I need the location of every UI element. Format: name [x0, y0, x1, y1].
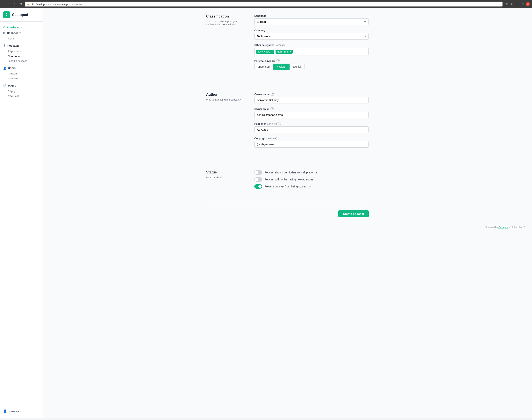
main-content: Classification These fields will impact … [43, 8, 532, 419]
back-button[interactable]: ‹ [2, 2, 6, 6]
toggle-prevent-copy-label: Prevent podcast from being copied ? [265, 185, 311, 188]
user-icon: 👤 [3, 409, 7, 413]
advisory-explicit-button[interactable]: Explicit [290, 64, 305, 70]
create-podcast-button[interactable]: Create podcast [338, 210, 369, 217]
advisory-undefined-button[interactable]: undefined [254, 64, 273, 70]
minimize-button[interactable]: ─ [515, 2, 519, 6]
publisher-label: Publisher (optional) ? [254, 122, 369, 125]
advisory-group: undefined ✓ Clean Explicit [254, 64, 369, 70]
publisher-optional: (optional) [267, 122, 277, 125]
classification-left: Classification These fields will impact … [206, 15, 245, 74]
podcasts-header: 🎙 Podcasts [0, 43, 43, 49]
maximize-button[interactable]: □ [520, 2, 525, 6]
dashboard-icon: ⊞ [3, 31, 5, 35]
sidebar-item-all-users[interactable]: All users [0, 71, 43, 76]
classification-title: Classification [206, 15, 245, 18]
tag-tech-news-remove[interactable]: × [271, 50, 273, 53]
browser-action-buttons: ⊡ ≡ ─ □ ✕ [504, 2, 530, 6]
toggle-row-3: Prevent podcast from being copied ? [254, 184, 369, 189]
forward-button[interactable]: › [7, 2, 11, 6]
owner-email-label: Owner email ? [254, 107, 369, 110]
goto-website-link[interactable]: Go to website ↗ [0, 25, 43, 30]
url-bar[interactable]: 🔒 http://castopod.demo/cp-admin/podcasts… [25, 1, 503, 7]
sidebar-footer: 👤 benjamin › [0, 407, 43, 415]
toggle-no-new-episodes-slider [254, 177, 262, 182]
brand-name: Castopod [12, 13, 28, 17]
owner-name-input[interactable] [254, 97, 369, 104]
toggle-prevent-copy[interactable] [254, 184, 262, 189]
form-container: Classification These fields will impact … [200, 8, 375, 224]
other-categories-field: Other categories (optional) Tech News × … [254, 44, 369, 55]
create-button-row: Create podcast [206, 210, 369, 217]
sidebar-item-all-podcasts[interactable]: All podcasts [0, 49, 43, 54]
tags-container[interactable]: Tech News × Non-Profit × [254, 48, 369, 55]
copyright-label: Copyright (optional) [254, 137, 369, 140]
close-button[interactable]: ✕ [526, 2, 530, 6]
parental-advisory-help-icon[interactable]: ? [277, 59, 280, 62]
toggle-hidden[interactable] [254, 170, 262, 175]
prevent-copy-help-icon[interactable]: ? [308, 185, 311, 188]
bookmark-button[interactable]: ⊞ [18, 2, 23, 6]
author-section: Author Who is managing the podcast? Owne… [206, 92, 369, 161]
sidebar-item-new-user[interactable]: New user [0, 76, 43, 81]
external-link-icon: ↗ [20, 26, 22, 29]
user-chevron-icon: › [39, 410, 40, 413]
owner-email-input[interactable] [254, 112, 369, 118]
other-categories-label: Other categories (optional) [254, 44, 369, 46]
advisory-clean-button[interactable]: ✓ Clean [273, 64, 290, 70]
toggle-no-new-episodes[interactable] [254, 177, 262, 182]
status-right: Podcast should be hidden from all platfo… [254, 170, 369, 191]
brand: 🎙 Castopod [0, 11, 43, 22]
copyright-input[interactable] [254, 141, 369, 148]
language-label: Language [254, 15, 369, 17]
refresh-button[interactable]: ↻ [12, 2, 17, 6]
url-lock-icon: 🔒 [27, 3, 30, 5]
copyright-field: Copyright (optional) [254, 137, 369, 148]
app-container: 🎙 Castopod Go to website ↗ ⊞ Dashboard H… [0, 8, 532, 419]
dashboard-section: ⊞ Dashboard Home [0, 30, 43, 41]
sidebar-item-all-pages[interactable]: All pages [0, 89, 43, 93]
sidebar-item-import-podcast[interactable]: Import a podcast [0, 59, 43, 63]
users-section: 👤 Users All users New user [0, 65, 43, 81]
author-right: Owner name ? Owner email ? [254, 92, 369, 151]
user-info[interactable]: 👤 benjamin [3, 409, 19, 413]
owner-name-help-icon[interactable]: ? [271, 92, 274, 96]
sidebar-item-new-page[interactable]: New Page [0, 93, 43, 98]
pages-header: 📄 Pages [0, 82, 43, 89]
screenshot-button[interactable]: ⊡ [504, 2, 509, 6]
menu-button[interactable]: ≡ [510, 2, 514, 6]
podcast-icon: 🎙 [3, 44, 6, 47]
users-header: 👤 Users [0, 65, 43, 71]
url-text: http://castopod.demo/cp-admin/podcasts/n… [31, 3, 497, 6]
language-select[interactable]: English [254, 18, 369, 25]
classification-section: Classification These fields will impact … [206, 15, 369, 83]
tag-non-profit-remove[interactable]: × [290, 50, 291, 53]
parental-advisory-label: Parental advisory ? [254, 59, 369, 62]
sidebar-item-new-podcast[interactable]: New podcast [0, 54, 43, 59]
status-left: Status Dead or alive? [206, 170, 245, 191]
author-description: Who is managing the podcast? [206, 98, 245, 101]
owner-name-label: Owner name ? [254, 92, 369, 96]
publisher-help-icon[interactable]: ? [278, 122, 281, 125]
logo-icon: 🎙 [3, 11, 10, 18]
toggle-row-2: Podcast will not be having new episodes [254, 177, 369, 182]
dashboard-header: ⊞ Dashboard [0, 30, 43, 36]
sidebar-item-home[interactable]: Home [0, 36, 43, 41]
category-select[interactable]: Technology [254, 33, 369, 40]
castopod-link[interactable]: Castopod [498, 226, 508, 229]
owner-name-field: Owner name ? [254, 92, 369, 104]
language-field: Language English [254, 15, 369, 25]
page-footer: Powered by Castopod v1.0.0-alpha.15. [43, 224, 532, 231]
users-icon: 👤 [3, 66, 6, 70]
url-star-icon: ☆ [498, 2, 501, 6]
pages-section: 📄 Pages All pages New Page [0, 82, 43, 98]
author-title: Author [206, 92, 245, 97]
category-label: Category [254, 29, 369, 32]
publisher-input[interactable] [254, 126, 369, 133]
category-field: Category Technology [254, 29, 369, 40]
classification-right: Language English Category Technology [254, 15, 369, 74]
pages-icon: 📄 [3, 84, 6, 87]
toggle-hidden-label: Podcast should be hidden from all platfo… [265, 171, 317, 174]
toggle-hidden-slider [254, 170, 262, 175]
owner-email-help-icon[interactable]: ? [270, 107, 274, 110]
